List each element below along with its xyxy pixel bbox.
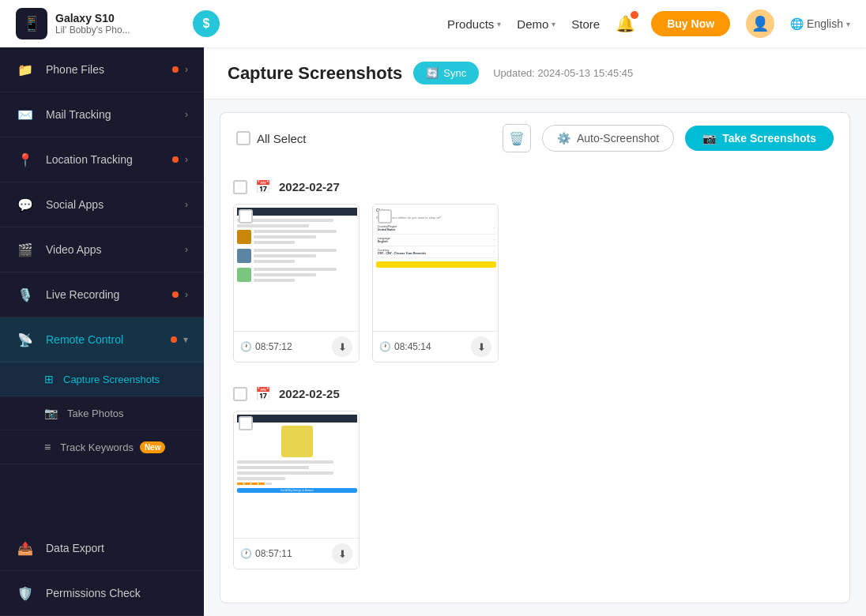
toolbar: All Select 🗑️ ⚙️ Auto-Screenshot 📷 Take … xyxy=(220,112,850,163)
trash-icon: 🗑️ xyxy=(509,131,525,146)
permissions-check-icon: 🛡️ xyxy=(16,584,35,603)
notification-bell-icon[interactable]: 🔔 xyxy=(616,14,635,33)
screenshot-card: See All Big Savings on Amazon 🕐 08:57:11… xyxy=(233,411,360,569)
screenshot-footer: 🕐 08:57:12 ⬇ xyxy=(234,331,359,362)
chevron-right-icon: › xyxy=(185,289,188,300)
delete-button[interactable]: 🗑️ xyxy=(503,124,531,152)
take-photos-icon: 📷 xyxy=(44,407,58,419)
take-screenshots-button[interactable]: 📷 Take Screenshots xyxy=(685,126,834,151)
date-label-1: 2022-02-27 xyxy=(279,180,340,193)
sidebar-item-social-apps[interactable]: 💬 Social Apps › xyxy=(0,182,204,227)
screenshot-card: 🕐 08:57:12 ⬇ xyxy=(233,204,360,362)
date-section-1: 📅 2022-02-27 xyxy=(233,171,837,362)
remote-control-icon: 📡 xyxy=(16,330,35,349)
chevron-right-icon: › xyxy=(185,109,188,120)
sidebar-item-location-tracking[interactable]: 📍 Location Tracking › xyxy=(0,137,204,182)
chevron-right-icon: › xyxy=(185,64,188,75)
sidebar-item-remote-control[interactable]: 📡 Remote Control ▾ xyxy=(0,317,204,362)
screenshot-footer: 🕐 08:57:11 ⬇ xyxy=(234,538,359,569)
sidebar-item-data-export[interactable]: 📤 Data Export xyxy=(0,526,204,571)
mail-tracking-icon: ✉️ xyxy=(16,105,35,124)
screenshots-row-2: See All Big Savings on Amazon 🕐 08:57:11… xyxy=(233,411,837,569)
download-button[interactable]: ⬇ xyxy=(332,543,352,564)
device-user: Lil' Bobby's Pho... xyxy=(55,24,130,36)
download-button[interactable]: ⬇ xyxy=(471,336,491,357)
all-select-area: All Select xyxy=(236,131,491,145)
calendar-icon: 📅 xyxy=(255,386,271,401)
money-icon[interactable]: $ xyxy=(193,10,220,37)
top-nav: 📱 Galaxy S10 Lil' Bobby's Pho... $ Produ… xyxy=(0,0,866,47)
clock-icon: 🕐 xyxy=(379,341,391,352)
sidebar-item-phone-files[interactable]: 📁 Phone Files › xyxy=(0,47,204,92)
screenshot-thumbnail xyxy=(234,205,360,331)
dot-indicator xyxy=(172,156,179,163)
screenshot-preview: China Which Amazon online do you want to… xyxy=(373,205,499,331)
social-apps-icon: 💬 xyxy=(16,195,35,214)
screenshot-time: 🕐 08:45:14 xyxy=(379,341,431,352)
chevron-down-icon: ▾ xyxy=(497,20,501,28)
device-name: Galaxy S10 xyxy=(55,12,130,24)
phone-files-icon: 📁 xyxy=(16,60,35,79)
sidebar-item-take-photos[interactable]: 📷 Take Photos xyxy=(0,396,204,430)
sidebar-item-permissions-check[interactable]: 🛡️ Permissions Check xyxy=(0,571,204,616)
nav-store[interactable]: Store xyxy=(571,17,600,31)
screenshot-time: 🕐 08:57:11 xyxy=(240,548,292,559)
track-keywords-icon: ≡ xyxy=(44,441,51,453)
sidebar-item-mail-tracking[interactable]: ✉️ Mail Tracking › xyxy=(0,92,204,137)
date-section-2: 📅 2022-02-25 xyxy=(233,378,837,569)
screenshot-footer: 🕐 08:45:14 ⬇ xyxy=(373,331,498,362)
chevron-right-icon: › xyxy=(185,199,188,210)
language-selector[interactable]: 🌐 English ▾ xyxy=(790,17,850,30)
sidebar-item-video-apps[interactable]: 🎬 Video Apps › xyxy=(0,227,204,272)
chevron-down-icon: ▾ xyxy=(846,20,850,28)
screenshot-thumbnail: See All Big Savings on Amazon xyxy=(234,411,360,538)
chevron-right-icon: › xyxy=(185,244,188,255)
screenshot-time: 🕐 08:57:12 xyxy=(240,341,292,352)
screenshot-checkbox[interactable] xyxy=(239,416,253,430)
page-title: Capture Screenshots xyxy=(228,63,402,84)
updated-timestamp: Updated: 2024-05-13 15:45:45 xyxy=(493,67,633,79)
screenshot-card: China Which Amazon online do you want to… xyxy=(372,204,499,362)
all-select-label[interactable]: All Select xyxy=(257,132,307,145)
capture-screenshots-icon: ⊞ xyxy=(44,373,54,385)
date-header-1: 📅 2022-02-27 xyxy=(233,171,837,204)
video-apps-icon: 🎬 xyxy=(16,240,35,259)
chevron-down-icon: ▾ xyxy=(183,334,188,345)
sidebar-item-track-keywords[interactable]: ≡ Track Keywords New xyxy=(0,430,204,464)
all-select-checkbox[interactable] xyxy=(236,131,250,145)
date-section-checkbox-2[interactable] xyxy=(233,387,247,401)
screenshot-checkbox[interactable] xyxy=(378,209,392,223)
main-layout: 📁 Phone Files › ✉️ Mail Tracking › 📍 Loc… xyxy=(0,47,866,616)
device-info: Galaxy S10 Lil' Bobby's Pho... xyxy=(55,12,130,36)
user-avatar[interactable]: 👤 xyxy=(746,9,774,38)
auto-screenshot-icon: ⚙️ xyxy=(557,132,570,145)
chevron-down-icon: ▾ xyxy=(552,20,555,28)
calendar-icon: 📅 xyxy=(255,179,271,194)
location-tracking-icon: 📍 xyxy=(16,150,35,169)
device-info-area: 📱 Galaxy S10 Lil' Bobby's Pho... $ xyxy=(16,8,220,39)
screenshot-checkbox[interactable] xyxy=(239,209,253,223)
screenshot-preview: See All Big Savings on Amazon xyxy=(234,411,360,538)
device-icon: 📱 xyxy=(16,8,47,39)
sidebar-item-live-recording[interactable]: 🎙️ Live Recording › xyxy=(0,272,204,317)
content-header: Capture Screenshots 🔄 Sync Updated: 2024… xyxy=(204,47,866,100)
dot-indicator xyxy=(172,291,179,298)
dot-indicator xyxy=(172,66,179,73)
clock-icon: 🕐 xyxy=(240,341,252,352)
screenshot-preview xyxy=(234,205,360,331)
sidebar-item-capture-screenshots[interactable]: ⊞ Capture Screenshots xyxy=(0,362,204,396)
nav-demo[interactable]: Demo ▾ xyxy=(517,17,555,31)
nav-products[interactable]: Products ▾ xyxy=(447,17,501,31)
auto-screenshot-button[interactable]: ⚙️ Auto-Screenshot xyxy=(542,125,674,152)
sync-button[interactable]: 🔄 Sync xyxy=(413,62,479,85)
data-export-icon: 📤 xyxy=(16,539,35,558)
dot-indicator xyxy=(171,336,177,343)
buy-now-button[interactable]: Buy Now xyxy=(651,11,730,36)
notification-badge xyxy=(631,11,638,19)
topnav-right: Products ▾ Demo ▾ Store 🔔 Buy Now 👤 🌐 En… xyxy=(220,9,850,38)
content-area: Capture Screenshots 🔄 Sync Updated: 2024… xyxy=(204,47,866,616)
screenshots-list: 📅 2022-02-27 xyxy=(220,163,850,603)
date-section-checkbox-1[interactable] xyxy=(233,180,247,194)
chevron-right-icon: › xyxy=(185,154,188,165)
download-button[interactable]: ⬇ xyxy=(332,336,352,357)
